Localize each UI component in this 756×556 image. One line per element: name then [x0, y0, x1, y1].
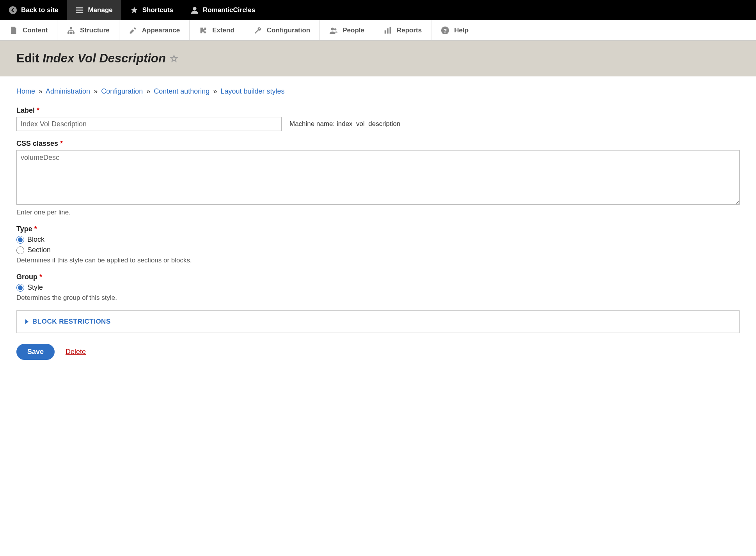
svg-point-5	[70, 27, 72, 29]
extend-icon	[199, 26, 208, 35]
svg-rect-13	[390, 27, 391, 33]
css-classes-description: Enter one per line.	[16, 209, 740, 216]
triangle-right-icon	[25, 319, 28, 324]
content-tab[interactable]: Content	[0, 20, 57, 40]
label-input[interactable]	[16, 117, 282, 131]
svg-rect-11	[385, 30, 386, 34]
extend-label: Extend	[212, 27, 234, 34]
help-label: Help	[454, 27, 469, 34]
manage-label: Manage	[88, 6, 112, 14]
breadcrumb-layout-builder-styles[interactable]: Layout builder styles	[220, 87, 284, 95]
delete-button[interactable]: Delete	[66, 348, 86, 356]
required-marker: *	[37, 106, 39, 114]
css-classes-textarea[interactable]: volumeDesc	[16, 150, 740, 205]
breadcrumb-sep: »	[94, 87, 98, 95]
user-icon	[190, 6, 199, 14]
required-marker: *	[60, 140, 63, 147]
svg-point-4	[193, 7, 196, 11]
svg-rect-1	[76, 7, 83, 9]
reports-label: Reports	[397, 27, 422, 34]
favorite-star-icon[interactable]	[170, 54, 178, 63]
form-actions: Save Delete	[16, 344, 740, 360]
page-title: Edit Index Vol Description	[16, 51, 740, 66]
structure-tab[interactable]: Structure	[57, 20, 119, 40]
breadcrumb-content-authoring[interactable]: Content authoring	[154, 87, 209, 95]
page-title-prefix: Edit	[16, 51, 43, 65]
svg-text:?: ?	[444, 27, 447, 34]
user-button[interactable]: RomanticCircles	[182, 0, 264, 20]
user-label: RomanticCircles	[203, 6, 255, 14]
shortcuts-label: Shortcuts	[142, 6, 173, 14]
wrench-icon	[254, 26, 262, 35]
block-restrictions-label: BLOCK RESTRICTIONS	[32, 318, 111, 326]
label-field-label: Label *	[16, 106, 740, 115]
breadcrumb-sep: »	[146, 87, 150, 95]
star-icon	[130, 6, 138, 14]
reports-icon	[383, 26, 392, 35]
structure-icon	[67, 26, 75, 35]
people-tab[interactable]: People	[320, 20, 374, 40]
type-radio-section-input[interactable]	[16, 246, 24, 254]
group-field-wrapper: Group * Style Determines the group of th…	[16, 273, 740, 302]
configuration-label: Configuration	[267, 27, 310, 34]
group-radio-style[interactable]: Style	[16, 283, 740, 292]
breadcrumb-sep: »	[39, 87, 43, 95]
type-radio-section-label: Section	[27, 246, 51, 254]
required-marker: *	[39, 273, 42, 281]
group-radio-style-input[interactable]	[16, 284, 24, 292]
content-label: Content	[23, 27, 48, 34]
block-restrictions-summary[interactable]: BLOCK RESTRICTIONS	[25, 318, 731, 326]
group-radio-style-label: Style	[27, 283, 43, 292]
reports-tab[interactable]: Reports	[374, 20, 431, 40]
type-field-wrapper: Type * Block Section Determines if this …	[16, 225, 740, 264]
appearance-tab[interactable]: Appearance	[119, 20, 190, 40]
breadcrumb-admin[interactable]: Administration	[46, 87, 90, 95]
type-radio-block[interactable]: Block	[16, 236, 740, 244]
help-tab[interactable]: ? Help	[431, 20, 478, 40]
machine-name-display: Machine name: index_vol_description	[289, 120, 400, 128]
svg-rect-3	[76, 12, 83, 13]
manage-button[interactable]: Manage	[67, 0, 121, 20]
svg-point-9	[331, 27, 334, 30]
save-button[interactable]: Save	[16, 344, 55, 360]
type-label: Type *	[16, 225, 740, 233]
content-icon	[9, 26, 18, 35]
people-icon	[329, 26, 338, 35]
group-description: Determines the group of this style.	[16, 294, 740, 302]
shortcuts-button[interactable]: Shortcuts	[121, 0, 182, 20]
help-icon: ?	[441, 26, 449, 35]
toolbar-admin: Content Structure Appearance Extend Conf…	[0, 20, 756, 41]
breadcrumb: Home » Administration » Configuration » …	[16, 87, 740, 96]
structure-label: Structure	[80, 27, 110, 34]
group-label: Group *	[16, 273, 740, 281]
extend-tab[interactable]: Extend	[190, 20, 244, 40]
appearance-label: Appearance	[142, 27, 180, 34]
svg-rect-2	[76, 10, 83, 11]
configuration-tab[interactable]: Configuration	[244, 20, 320, 40]
content-region: Home » Administration » Configuration » …	[0, 76, 756, 371]
svg-point-8	[73, 32, 75, 34]
svg-rect-12	[387, 28, 389, 34]
label-field-wrapper: Label * Machine name: index_vol_descript…	[16, 106, 740, 131]
people-label: People	[343, 27, 364, 34]
svg-point-10	[334, 28, 337, 30]
breadcrumb-home[interactable]: Home	[16, 87, 35, 95]
breadcrumb-sep: »	[213, 87, 217, 95]
back-to-site-label: Back to site	[21, 6, 58, 14]
svg-point-0	[9, 6, 17, 14]
svg-point-7	[70, 32, 72, 34]
type-radio-section[interactable]: Section	[16, 246, 740, 254]
type-radio-block-input[interactable]	[16, 236, 24, 244]
type-description: Determines if this style can be applied …	[16, 257, 740, 264]
breadcrumb-config[interactable]: Configuration	[101, 87, 143, 95]
page-title-name: Index Vol Description	[43, 51, 166, 65]
required-marker: *	[34, 225, 37, 233]
hamburger-icon	[75, 6, 84, 14]
css-classes-field-wrapper: CSS classes * volumeDesc Enter one per l…	[16, 140, 740, 216]
block-restrictions-details: BLOCK RESTRICTIONS	[16, 310, 740, 333]
title-region: Edit Index Vol Description	[0, 41, 756, 76]
back-to-site-button[interactable]: Back to site	[0, 0, 67, 20]
svg-point-6	[67, 32, 70, 34]
back-icon	[9, 6, 17, 14]
css-classes-label: CSS classes *	[16, 140, 740, 148]
